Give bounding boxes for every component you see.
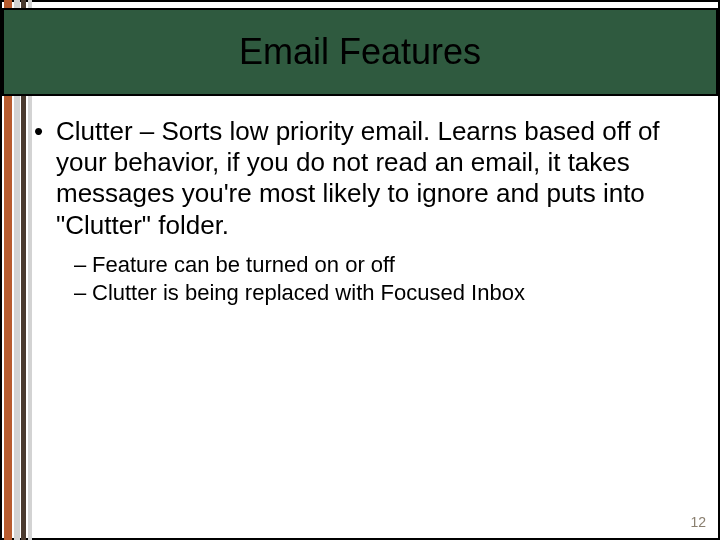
list-item: – Clutter is being replaced with Focused…	[74, 279, 694, 308]
list-item: – Feature can be turned on or off	[74, 251, 694, 280]
page-number: 12	[690, 514, 706, 530]
sub-bullet-text: Clutter is being replaced with Focused I…	[92, 280, 525, 305]
title-box: Email Features	[2, 8, 718, 96]
bullet-dot-icon: •	[34, 116, 43, 147]
sub-list: – Feature can be turned on or off – Clut…	[34, 251, 694, 308]
list-item: • Clutter – Sorts low priority email. Le…	[34, 116, 694, 241]
bullet-text: Clutter – Sorts low priority email. Lear…	[56, 116, 660, 240]
bullet-dash-icon: –	[74, 279, 86, 308]
bullet-dash-icon: –	[74, 251, 86, 280]
sub-bullet-text: Feature can be turned on or off	[92, 252, 395, 277]
content-area: • Clutter – Sorts low priority email. Le…	[34, 116, 694, 308]
slide-title: Email Features	[239, 31, 481, 73]
